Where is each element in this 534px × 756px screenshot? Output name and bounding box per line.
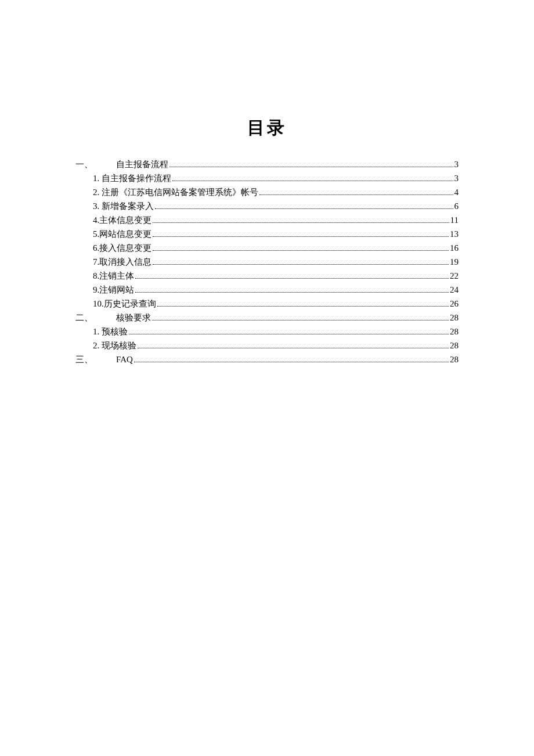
toc-leader-dots [135,278,449,279]
toc-entry[interactable]: 2. 注册《江苏电信网站备案管理系统》帐号4 [93,185,459,199]
toc-leader-dots [155,208,453,209]
toc-entry[interactable]: 1. 自主报备操作流程3 [93,171,459,185]
toc-entry[interactable]: 9.注销网站24 [93,283,459,297]
toc-page-number: 24 [450,283,459,297]
toc-page-number: 28 [450,339,459,352]
toc-leader-dots [172,181,453,181]
toc-page-number: 3 [454,157,459,171]
toc-entry-label: 自主报备流程 [116,157,168,171]
toc-entry[interactable]: 2. 现场核验28 [93,339,459,352]
toc-entry-label: FAQ [116,352,133,366]
toc-section-number: 三、 [75,352,116,366]
toc-entry[interactable]: 二、核验要求28 [75,311,459,325]
toc-entry[interactable]: 一、自主报备流程3 [75,157,459,171]
toc-page-number: 11 [450,213,459,227]
toc-entry[interactable]: 三、FAQ28 [75,352,459,366]
toc-page-number: 28 [450,352,459,366]
toc-entry[interactable]: 4.主体信息变更11 [93,213,459,227]
toc-page-number: 26 [450,297,459,311]
toc-leader-dots [259,195,453,195]
toc-entry-label: 8.注销主体 [93,269,134,283]
toc-leader-dots [169,167,453,167]
toc-entry-label: 2. 注册《江苏电信网站备案管理系统》帐号 [93,185,258,199]
toc-leader-dots [157,306,449,307]
toc-leader-dots [134,362,449,362]
toc-leader-dots [153,236,449,237]
toc-entry[interactable]: 5.网站信息变更13 [93,227,459,241]
toc-entry-label: 4.主体信息变更 [93,213,151,227]
toc-entry[interactable]: 8.注销主体22 [93,269,459,283]
toc-leader-dots [138,348,449,348]
toc-entry-label: 1. 预核验 [93,325,128,339]
toc-section-number: 一、 [75,157,116,171]
toc-leader-dots [153,250,449,251]
toc-page-number: 19 [450,255,459,269]
toc-entry-label: 1. 自主报备操作流程 [93,171,171,185]
toc-page-number: 3 [454,171,459,185]
toc-entry[interactable]: 6.接入信息变更16 [93,241,459,255]
toc-leader-dots [152,320,449,321]
toc-page-number: 28 [450,311,459,325]
toc-entry[interactable]: 7.取消接入信息19 [93,255,459,269]
toc-page-number: 22 [450,269,459,283]
toc-entry[interactable]: 1. 预核验28 [93,325,459,339]
toc-section-number: 二、 [75,311,116,325]
document-page: 目录 一、自主报备流程31. 自主报备操作流程32. 注册《江苏电信网站备案管理… [0,0,534,366]
toc-leader-dots [153,222,449,223]
toc-page-number: 6 [454,199,459,213]
toc-list: 一、自主报备流程31. 自主报备操作流程32. 注册《江苏电信网站备案管理系统》… [75,157,459,366]
toc-page-number: 13 [450,227,459,241]
toc-entry-label: 核验要求 [116,311,151,325]
toc-entry-label: 10.历史记录查询 [93,297,156,311]
toc-entry-label: 5.网站信息变更 [93,227,151,241]
toc-entry-label: 9.注销网站 [93,283,134,297]
toc-page-number: 4 [454,185,459,199]
toc-title: 目录 [75,116,459,140]
toc-entry[interactable]: 3. 新增备案录入6 [93,199,459,213]
toc-leader-dots [153,264,449,265]
toc-page-number: 16 [450,241,459,255]
toc-entry-label: 3. 新增备案录入 [93,199,154,213]
toc-entry-label: 2. 现场核验 [93,339,136,352]
toc-entry[interactable]: 10.历史记录查询26 [93,297,459,311]
toc-entry-label: 7.取消接入信息 [93,255,151,269]
toc-page-number: 28 [450,325,459,339]
toc-leader-dots [129,334,449,334]
toc-leader-dots [135,292,449,293]
toc-entry-label: 6.接入信息变更 [93,241,151,255]
